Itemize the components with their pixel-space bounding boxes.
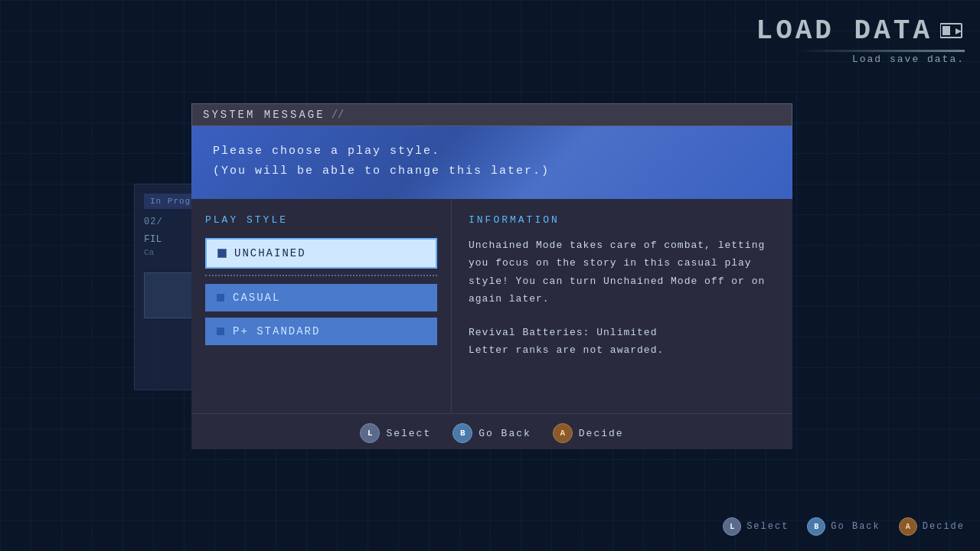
control-goback-label: Go Back: [479, 428, 531, 439]
header-title-text: LOAD DATA: [756, 15, 933, 47]
option-label-unchained: UNCHAINED: [234, 247, 306, 259]
info-stat1: Revival Batteries: Unlimited: [469, 324, 776, 341]
option-casual[interactable]: CASUAL: [205, 284, 437, 311]
header-subtitle: Load save data.: [756, 54, 965, 65]
option-unchained[interactable]: UNCHAINED: [205, 238, 437, 269]
global-select-label: Select: [746, 521, 789, 532]
global-btn-goback[interactable]: B: [807, 517, 825, 536]
option-dot-standard: [216, 327, 225, 336]
global-goback: B Go Back: [807, 517, 880, 536]
play-style-title: PLAY STYLE: [205, 214, 437, 226]
svg-rect-1: [942, 26, 950, 35]
info-title: INFORMATION: [469, 214, 776, 226]
dialog-title-bar: SYSTEM MESSAGE //: [191, 103, 792, 126]
global-select: L Select: [723, 517, 789, 536]
option-separator: [205, 275, 437, 276]
global-btn-select[interactable]: L: [723, 517, 741, 536]
global-controls: L Select B Go Back A Decide: [723, 517, 965, 536]
control-decide-label: Decide: [579, 428, 624, 439]
dialog-title-deco: //: [332, 109, 345, 121]
svg-marker-2: [956, 28, 962, 34]
option-standard[interactable]: P+ STANDARD: [205, 318, 437, 345]
info-description: Unchained Mode takes care of combat, let…: [469, 236, 776, 308]
option-label-standard: P+ STANDARD: [233, 325, 320, 337]
global-goback-label: Go Back: [831, 521, 880, 532]
dialog-controls: L Select B Go Back A Decide: [191, 413, 792, 449]
option-dot-unchained: [217, 249, 227, 258]
dialog-msg-line2: (You will be able to change this later.): [213, 161, 771, 181]
info-stats: Revival Batteries: Unlimited Letter rank…: [469, 324, 776, 360]
info-panel: INFORMATION Unchained Mode takes care of…: [452, 199, 792, 413]
global-btn-decide[interactable]: A: [899, 517, 917, 536]
play-style-panel: PLAY STYLE UNCHAINED CASUAL P+ STANDARD: [191, 199, 452, 413]
header-bar: [796, 50, 965, 52]
button-l-select[interactable]: L: [360, 423, 380, 443]
header: LOAD DATA Load save data.: [756, 15, 965, 65]
button-b-goback[interactable]: B: [452, 423, 472, 443]
dialog-title: SYSTEM MESSAGE: [203, 109, 325, 121]
control-select-label: Select: [386, 428, 431, 439]
control-decide: A Decide: [553, 423, 624, 443]
control-go-back: B Go Back: [452, 423, 531, 443]
button-a-decide[interactable]: A: [553, 423, 573, 443]
header-title: LOAD DATA: [756, 15, 965, 47]
option-dot-casual: [216, 293, 225, 302]
global-decide: A Decide: [899, 517, 965, 536]
info-stat2: Letter ranks are not awarded.: [469, 341, 776, 359]
dialog-content: PLAY STYLE UNCHAINED CASUAL P+ STANDARD …: [191, 199, 792, 413]
load-icon: [940, 19, 965, 44]
system-message-dialog: SYSTEM MESSAGE // Please choose a play s…: [191, 103, 792, 449]
dialog-message-area: Please choose a play style. (You will be…: [191, 126, 792, 199]
option-label-casual: CASUAL: [233, 292, 280, 304]
control-select: L Select: [360, 423, 431, 443]
global-decide-label: Decide: [923, 521, 965, 532]
dialog-msg-line1: Please choose a play style.: [213, 142, 771, 161]
